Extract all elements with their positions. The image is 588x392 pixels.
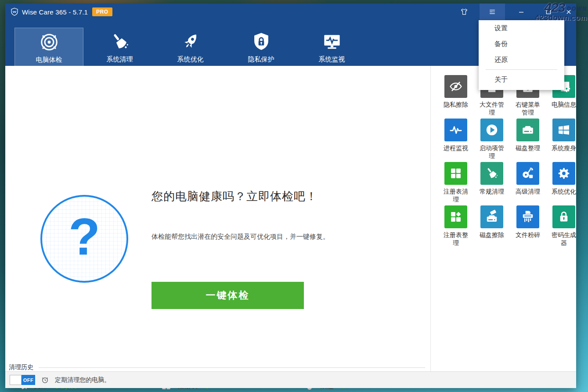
tool-advanced-cleaner[interactable]: 高级清理 — [510, 162, 546, 205]
eye-slash-icon — [444, 75, 467, 98]
tool-label: 系统瘦身 — [552, 144, 576, 152]
tool-label: 常规清理 — [480, 187, 504, 195]
tool-system-optimizer[interactable]: 系统优化 — [546, 162, 582, 205]
tool-label: 隐私擦除 — [444, 101, 468, 108]
tool-system-slimming[interactable]: 系统瘦身 — [546, 119, 582, 162]
tab-system-monitor[interactable]: 系统监视 — [297, 28, 366, 69]
menu-item-restore[interactable]: 还原 — [479, 52, 564, 68]
windows-icon — [552, 119, 575, 141]
one-click-checkup-button[interactable]: 一键体检 — [152, 282, 304, 309]
tab-label: 系统监视 — [319, 55, 345, 64]
history-section-title: 清理历史 — [9, 363, 33, 371]
menu-item-settings[interactable]: 设置 — [479, 20, 564, 36]
schedule-toggle[interactable]: OFF — [10, 375, 35, 385]
tool-startup-manager[interactable]: 启动项管理 — [474, 119, 510, 162]
monitor-pulse-icon — [322, 32, 342, 52]
alarm-clock-icon — [41, 376, 49, 384]
schedule-text: 定期清理您的电脑。 — [55, 376, 110, 384]
settings-dropdown-menu: 设置备份还原关于 — [479, 20, 564, 90]
tool-label: 磁盘擦除 — [480, 231, 504, 239]
menu-item-backup[interactable]: 备份 — [479, 36, 564, 52]
tool-registry-defrag[interactable]: 注册表整理 — [438, 205, 474, 249]
tab-label: 电脑体检 — [36, 56, 62, 64]
tool-label: 注册表清理 — [441, 187, 471, 203]
broom-icon — [480, 162, 503, 185]
maximize-icon[interactable] — [536, 4, 561, 20]
tab-privacy-protector[interactable]: 隐私保护 — [227, 28, 296, 69]
toggle-state-label: OFF — [22, 375, 35, 385]
tool-label: 电脑信息 — [552, 101, 576, 108]
tool-process-monitor[interactable]: 进程监视 — [438, 119, 474, 162]
tool-common-cleaner[interactable]: 常规清理 — [474, 162, 510, 205]
window-title: Wise Care 365 - 5.7.1 — [22, 8, 88, 16]
history-divider — [39, 367, 425, 368]
tool-label: 大文件管理 — [477, 101, 507, 116]
tool-label: 文件粉碎 — [516, 231, 540, 239]
tool-privacy-eraser[interactable]: 隐私擦除 — [438, 75, 474, 119]
tool-registry-cleaner[interactable]: 注册表清理 — [438, 162, 474, 205]
tool-label: 右键菜单管理 — [513, 101, 543, 116]
tab-system-tuneup[interactable]: 系统优化 — [156, 28, 225, 69]
rocket-icon — [180, 32, 201, 52]
shredder-icon — [516, 205, 539, 228]
tool-label: 系统优化 — [552, 187, 576, 195]
menu-icon[interactable] — [480, 4, 505, 20]
broom-icon — [110, 32, 130, 52]
menu-item-about[interactable]: 关于 — [479, 72, 564, 87]
close-icon[interactable] — [561, 4, 576, 20]
question-mark: ? — [69, 211, 100, 267]
grid-diamond-icon — [444, 205, 467, 228]
tool-file-shredder[interactable]: 文件粉碎 — [510, 205, 546, 249]
health-question-circle: ? — [40, 195, 128, 283]
tool-label: 进程监视 — [444, 144, 468, 152]
play-icon — [480, 119, 503, 141]
vacuum-icon — [516, 162, 539, 185]
grid4-icon — [444, 162, 467, 185]
app-shield-logo — [10, 7, 19, 16]
theme-shirt-icon[interactable] — [453, 4, 475, 20]
tab-label: 系统优化 — [177, 55, 204, 64]
footer-bar: OFF 定期清理您的电脑。 — [5, 371, 576, 388]
gear-icon — [552, 162, 575, 185]
tool-label: 注册表整理 — [441, 231, 471, 247]
content-area: ? 您的电脑健康吗？立即体检吧！ 体检能帮您找出潜在的安全问题及可优化项目，并一… — [5, 66, 576, 371]
shield-lock-icon — [251, 32, 271, 52]
pro-badge: PRO — [92, 7, 112, 16]
tool-label: 磁盘整理 — [516, 144, 540, 152]
tool-label: 高级清理 — [516, 187, 540, 195]
desktop-background: Wise Care 365 - 5.7.1 PRO — [0, 0, 588, 392]
titlebar: Wise Care 365 - 5.7.1 PRO — [5, 4, 576, 20]
tab-label: 隐私保护 — [248, 55, 274, 64]
tool-disk-defrag[interactable]: 磁盘整理 — [510, 119, 546, 162]
disk-icon — [516, 119, 539, 141]
menu-divider — [486, 69, 557, 70]
tab-label: 系统清理 — [107, 55, 133, 64]
tool-disk-eraser[interactable]: 磁盘擦除 — [474, 205, 510, 249]
tool-password-generator[interactable]: 密码生成器 — [546, 205, 582, 249]
tool-label: 密码生成器 — [549, 231, 579, 247]
toggle-knob[interactable] — [10, 375, 22, 385]
tab-pc-checkup[interactable]: 电脑体检 — [14, 28, 83, 69]
disk-eraser-icon — [480, 205, 503, 228]
tab-system-cleaner[interactable]: 系统清理 — [85, 28, 154, 69]
page-title: 您的电脑健康吗？立即体检吧！ — [152, 189, 317, 204]
tool-label: 启动项管理 — [477, 144, 507, 160]
utility-sidebar: 隐私擦除大文件管理右键菜单管理电脑信息进程监视启动项管理磁盘整理系统瘦身注册表清… — [431, 66, 576, 371]
pulse-icon — [444, 119, 467, 141]
lock-icon — [552, 205, 575, 228]
page-description: 体检能帮您找出潜在的安全问题及可优化项目，并一键修复。 — [152, 233, 329, 241]
checkup-target-icon — [39, 32, 59, 52]
minimize-icon[interactable] — [509, 4, 534, 20]
